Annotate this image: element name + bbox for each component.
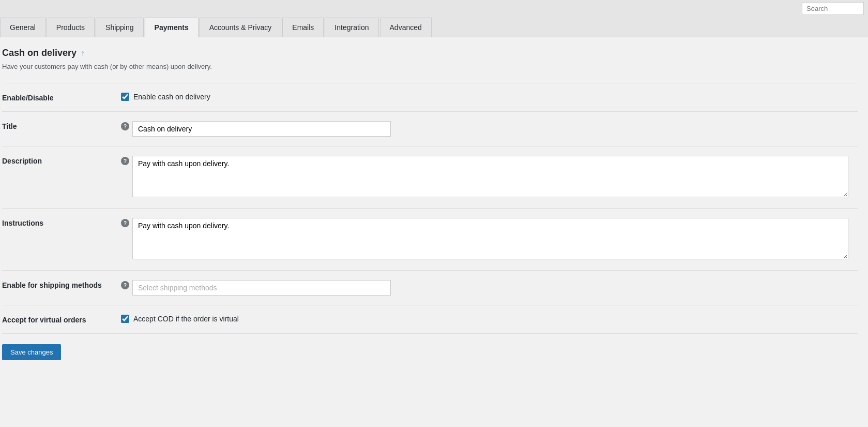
page-heading: Cash on delivery ↑ [2, 48, 858, 58]
label-instructions: Instructions [2, 209, 116, 271]
save-button[interactable]: Save changes [2, 344, 61, 360]
accept-virtual-label[interactable]: Accept COD if the order is virtual [133, 315, 239, 323]
row-description: Description ? Pay with cash upon deliver… [2, 146, 858, 209]
label-enable-disable: Enable/Disable [2, 83, 116, 112]
search-input[interactable] [802, 2, 864, 15]
instructions-textarea[interactable]: Pay with cash upon delivery. [132, 218, 848, 259]
tab-general[interactable]: General [0, 18, 45, 37]
row-virtual-orders: Accept for virtual orders Accept COD if … [2, 305, 858, 334]
tab-integration[interactable]: Integration [325, 18, 378, 37]
row-shipping-methods: Enable for shipping methods ? [2, 271, 858, 305]
label-virtual-orders: Accept for virtual orders [2, 305, 116, 334]
field-enable-disable: Enable cash on delivery [116, 83, 858, 112]
shipping-methods-input[interactable] [132, 280, 391, 296]
tab-accounts-privacy[interactable]: Accounts & Privacy [200, 18, 282, 37]
page-title: Cash on delivery [2, 48, 77, 58]
label-shipping-methods: Enable for shipping methods [2, 271, 116, 305]
label-title: Title [2, 112, 116, 146]
tab-payments[interactable]: Payments [145, 18, 199, 37]
accept-virtual-checkbox[interactable] [121, 315, 129, 323]
top-bar [0, 0, 868, 17]
settings-table: Enable/Disable Enable cash on delivery T… [2, 83, 858, 334]
row-instructions: Instructions ? Pay with cash upon delive… [2, 209, 858, 271]
tab-products[interactable]: Products [47, 18, 95, 37]
field-virtual-orders: Accept COD if the order is virtual [116, 305, 858, 334]
field-instructions: ? Pay with cash upon delivery. [116, 209, 858, 271]
nav-tabs: General Products Shipping Payments Accou… [0, 17, 868, 37]
tab-emails[interactable]: Emails [282, 18, 324, 37]
row-title: Title ? [2, 112, 858, 146]
shipping-help-icon[interactable]: ? [121, 281, 129, 289]
title-help-icon[interactable]: ? [121, 122, 129, 130]
description-help-icon[interactable]: ? [121, 157, 129, 165]
enable-cod-label[interactable]: Enable cash on delivery [133, 93, 210, 101]
label-description: Description [2, 146, 116, 209]
field-title: ? [116, 112, 858, 146]
page-description: Have your customers pay with cash (or by… [2, 63, 858, 70]
row-enable-disable: Enable/Disable Enable cash on delivery [2, 83, 858, 112]
enable-cod-checkbox[interactable] [121, 93, 129, 101]
field-description: ? Pay with cash upon delivery. [116, 146, 858, 209]
tab-advanced[interactable]: Advanced [380, 18, 432, 37]
page-content: Cash on delivery ↑ Have your customers p… [0, 37, 868, 427]
page-link-icon[interactable]: ↑ [81, 49, 85, 58]
instructions-help-icon[interactable]: ? [121, 219, 129, 227]
tab-shipping[interactable]: Shipping [96, 18, 144, 37]
description-textarea[interactable]: Pay with cash upon delivery. [132, 156, 848, 197]
title-input[interactable] [132, 121, 391, 137]
arrow-up-icon: ↑ [81, 49, 85, 58]
field-shipping-methods: ? [116, 271, 858, 305]
